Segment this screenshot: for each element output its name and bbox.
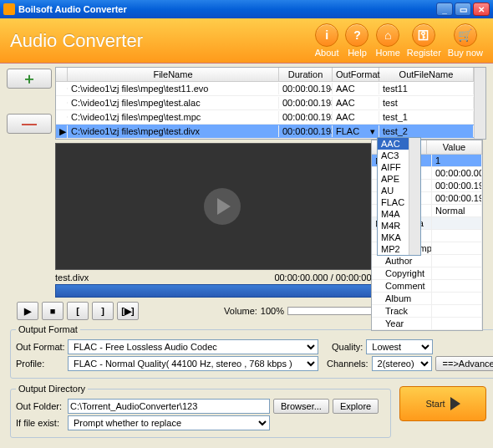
about-icon: i [315, 23, 338, 47]
volume-value: 100% [261, 306, 284, 316]
col-outformat[interactable]: OutFormat [333, 68, 379, 81]
browser-button[interactable]: Browser... [273, 399, 329, 414]
fileexist-label: If file exist: [16, 418, 64, 428]
volume-label: Volume: [224, 306, 257, 316]
col-duration[interactable]: Duration [279, 68, 333, 81]
profile-select[interactable]: FLAC - Normal Quality( 44100 Hz, stereo … [68, 356, 318, 371]
preview-panel [55, 143, 389, 270]
dropdown-scrollbar[interactable] [409, 138, 420, 255]
preview-filename: test.divx [55, 272, 89, 283]
table-row[interactable]: C:\video1\zj files\mpeg\test.mpc00:00:00… [56, 110, 474, 125]
maximize-button[interactable]: ▭ [455, 3, 471, 16]
app-header: Audio Converter iAbout?Help⌂Home⚿Registe… [0, 18, 493, 64]
window-titlebar: Boilsoft Audio Converter _ ▭ ✕ [0, 0, 493, 18]
outformat-dropdown[interactable]: AACAC3AIFFAPEAUFLACM4AM4RMKAMP2 [377, 137, 421, 256]
quality-label: Quality: [332, 342, 363, 352]
prop-row[interactable]: Author [372, 255, 482, 267]
header-help-button[interactable]: ?Help [345, 23, 368, 58]
prop-row[interactable]: Comment [372, 280, 482, 293]
mark-in-button[interactable]: [ [67, 302, 89, 320]
prop-row[interactable]: Copyright [372, 267, 482, 280]
next-button[interactable]: [▶] [117, 302, 139, 320]
col-filename[interactable]: FileName [68, 68, 279, 81]
seek-slider[interactable] [55, 284, 389, 298]
output-format-legend: Output Format [16, 324, 80, 334]
header-about-button[interactable]: iAbout [315, 23, 339, 58]
remove-file-button[interactable]: — [7, 114, 52, 134]
prop-col-value[interactable]: Value [427, 140, 482, 154]
header-home-button[interactable]: ⌂Home [375, 23, 399, 58]
app-icon [3, 3, 15, 15]
table-row[interactable]: C:\video1\zj files\mpeg\test.alac00:00:0… [56, 96, 474, 110]
register-icon: ⚿ [412, 23, 435, 47]
outformat-select[interactable]: FLAC - Free Lossless Audio Codec [68, 339, 318, 354]
channels-select[interactable]: 2(stereo) [372, 356, 432, 371]
play-button[interactable]: ▶ [17, 302, 38, 320]
output-format-group: Output Format Out Format: FLAC - Free Lo… [10, 324, 493, 379]
prop-row[interactable]: Year [372, 318, 482, 330]
explore-button[interactable]: Explore [333, 399, 379, 414]
header-buy-now-button[interactable]: 🛒Buy now [448, 23, 483, 58]
channels-label: Channels: [327, 359, 368, 369]
window-title: Boilsoft Audio Converter [18, 4, 127, 14]
add-file-button[interactable]: ＋ [7, 69, 52, 89]
start-icon [450, 397, 460, 410]
table-row[interactable]: C:\video1\zj files\mpeg\test11.evo00:00:… [56, 82, 474, 96]
file-grid[interactable]: FileName Duration OutFormat OutFileName … [55, 67, 486, 140]
mark-out-button[interactable]: ] [92, 302, 114, 320]
advance-button[interactable]: ==>Advance [435, 356, 493, 371]
grid-scrollbar[interactable] [474, 68, 485, 139]
app-title: Audio Converter [10, 30, 143, 52]
start-button[interactable]: Start [399, 386, 486, 421]
buy now-icon: 🛒 [454, 23, 477, 47]
preview-play-icon[interactable] [204, 188, 241, 225]
outformat-label: Out Format: [16, 342, 64, 352]
header-register-button[interactable]: ⚿Register [407, 23, 441, 58]
profile-label: Profile: [16, 359, 64, 369]
home-icon: ⌂ [376, 23, 399, 47]
outfolder-label: Out Folder: [16, 401, 64, 411]
close-button[interactable]: ✕ [473, 3, 490, 16]
prop-row[interactable]: Album [372, 293, 482, 305]
quality-select[interactable]: Lowest [366, 339, 433, 354]
fileexist-select[interactable]: Prompt whether to replace [68, 415, 270, 430]
prop-row[interactable]: Track [372, 305, 482, 318]
output-dir-legend: Output Directory [16, 384, 88, 394]
col-outfilename[interactable]: OutFileName [379, 68, 474, 81]
output-directory-group: Output Directory Out Folder: Browser... … [10, 384, 391, 438]
help-icon: ? [345, 23, 368, 47]
minimize-button[interactable]: _ [436, 3, 453, 16]
stop-button[interactable]: ■ [42, 302, 64, 320]
outfolder-input[interactable] [68, 399, 270, 414]
volume-slider[interactable] [287, 307, 379, 315]
